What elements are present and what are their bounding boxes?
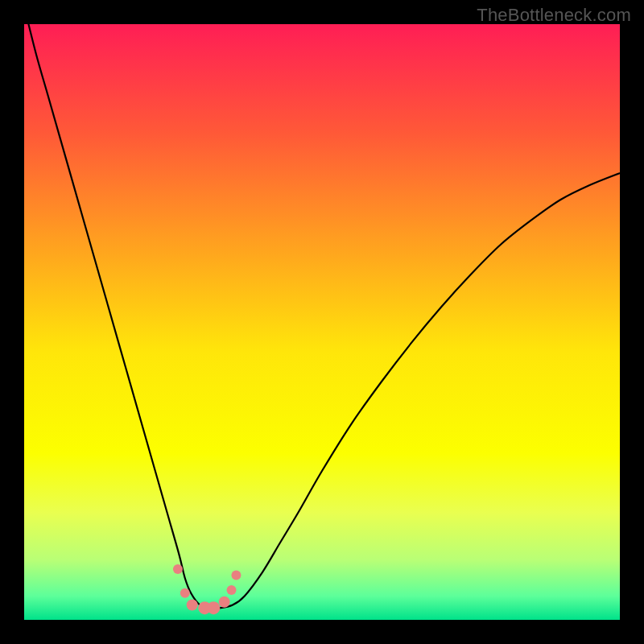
watermark-text: TheBottleneck.com bbox=[477, 5, 631, 26]
chart-svg bbox=[24, 24, 620, 620]
marker-point bbox=[231, 571, 241, 580]
chart-frame: TheBottleneck.com bbox=[0, 0, 644, 644]
marker-point bbox=[173, 564, 183, 574]
marker-point bbox=[187, 600, 198, 611]
marker-point bbox=[227, 585, 237, 595]
plot-area bbox=[24, 24, 620, 620]
marker-point bbox=[207, 601, 220, 614]
marker-point bbox=[219, 597, 230, 608]
marker-point bbox=[180, 588, 190, 598]
